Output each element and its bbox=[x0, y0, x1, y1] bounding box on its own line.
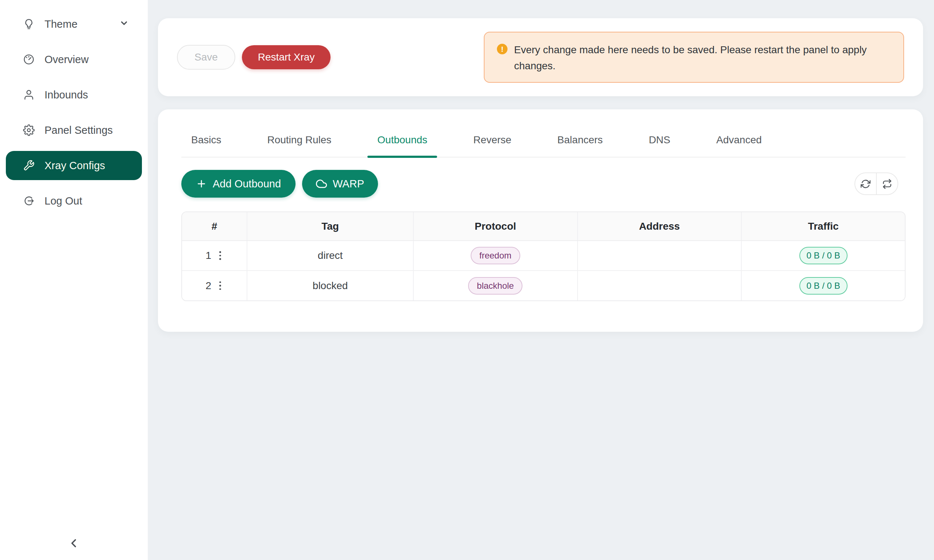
gauge-icon bbox=[23, 53, 35, 66]
main-content: Save Restart Xray ! Every change made he… bbox=[148, 0, 934, 560]
protocol-badge: blackhole bbox=[468, 277, 522, 295]
sidebar-item-label: Log Out bbox=[45, 195, 82, 207]
kebab-menu-icon[interactable] bbox=[217, 279, 223, 292]
column-header-index: # bbox=[182, 212, 247, 241]
repeat-icon bbox=[882, 179, 892, 189]
tab-routing-rules[interactable]: Routing Rules bbox=[257, 128, 341, 157]
sidebar-item-inbounds[interactable]: Inbounds bbox=[0, 83, 148, 106]
outbounds-table: # Tag Protocol Address Traffic 1 bbox=[181, 211, 906, 301]
tab-basics[interactable]: Basics bbox=[181, 128, 231, 157]
lightbulb-icon bbox=[23, 18, 35, 30]
sidebar-item-label: Theme bbox=[45, 18, 77, 30]
logout-icon bbox=[23, 195, 35, 207]
address-cell bbox=[578, 241, 742, 271]
gear-icon bbox=[23, 124, 35, 136]
table-row: 1 direct freedom 0 B / 0 B bbox=[182, 241, 905, 271]
user-icon bbox=[23, 89, 35, 101]
unsaved-changes-alert: ! Every change made here needs to be sav… bbox=[484, 32, 904, 83]
chevron-left-icon bbox=[68, 537, 80, 551]
table-header-row: # Tag Protocol Address Traffic bbox=[182, 212, 905, 241]
refresh-button[interactable] bbox=[855, 173, 876, 194]
table-row: 2 blocked blackhole 0 B / 0 B bbox=[182, 271, 905, 300]
plus-icon bbox=[196, 178, 207, 189]
xray-configs-card: Basics Routing Rules Outbounds Reverse B… bbox=[158, 109, 923, 332]
sidebar-item-xray-configs[interactable]: Xray Configs bbox=[6, 151, 142, 180]
tab-reverse[interactable]: Reverse bbox=[463, 128, 521, 157]
protocol-badge: freedom bbox=[471, 247, 520, 264]
row-index: 2 bbox=[206, 280, 212, 292]
address-cell bbox=[578, 271, 742, 300]
sidebar-item-label: Inbounds bbox=[45, 89, 88, 101]
sidebar: Theme Overview Inbounds Panel Settings X… bbox=[0, 0, 148, 560]
restart-xray-button[interactable]: Restart Xray bbox=[242, 45, 331, 69]
toolbar-card: Save Restart Xray ! Every change made he… bbox=[158, 18, 923, 96]
sidebar-item-label: Panel Settings bbox=[45, 124, 113, 136]
chevron-down-icon bbox=[119, 18, 129, 30]
xray-config-tabs: Basics Routing Rules Outbounds Reverse B… bbox=[181, 128, 906, 157]
wrench-icon bbox=[23, 159, 35, 172]
column-header-address: Address bbox=[578, 212, 742, 241]
add-outbound-button[interactable]: Add Outbound bbox=[181, 170, 296, 198]
warning-icon: ! bbox=[497, 44, 507, 54]
repeat-button[interactable] bbox=[876, 173, 897, 194]
column-header-tag: Tag bbox=[247, 212, 413, 241]
column-header-traffic: Traffic bbox=[741, 212, 905, 241]
tab-balancers[interactable]: Balancers bbox=[548, 128, 613, 157]
traffic-badge: 0 B / 0 B bbox=[799, 247, 848, 264]
sidebar-item-panel-settings[interactable]: Panel Settings bbox=[0, 118, 148, 142]
alert-message: Every change made here needs to be saved… bbox=[514, 42, 881, 74]
cloud-icon bbox=[316, 178, 327, 189]
sidebar-item-overview[interactable]: Overview bbox=[0, 48, 148, 71]
traffic-badge: 0 B / 0 B bbox=[799, 277, 848, 295]
sidebar-item-label: Xray Configs bbox=[45, 160, 105, 172]
sidebar-item-theme[interactable]: Theme bbox=[0, 12, 148, 36]
outbounds-actions-row: Add Outbound WARP bbox=[181, 170, 906, 198]
kebab-menu-icon[interactable] bbox=[217, 249, 223, 262]
refresh-icon bbox=[861, 179, 871, 189]
sidebar-item-label: Overview bbox=[45, 54, 89, 66]
sidebar-item-log-out[interactable]: Log Out bbox=[0, 189, 148, 212]
sidebar-collapse-button[interactable] bbox=[0, 537, 148, 551]
tab-dns[interactable]: DNS bbox=[639, 128, 680, 157]
row-index: 1 bbox=[206, 250, 212, 262]
tab-advanced[interactable]: Advanced bbox=[706, 128, 772, 157]
save-button[interactable]: Save bbox=[177, 45, 235, 70]
tag-cell: blocked bbox=[247, 271, 413, 300]
tab-outbounds[interactable]: Outbounds bbox=[367, 128, 437, 157]
table-tools-group bbox=[854, 172, 898, 195]
warp-button[interactable]: WARP bbox=[302, 170, 378, 198]
tag-cell: direct bbox=[247, 241, 413, 271]
column-header-protocol: Protocol bbox=[413, 212, 578, 241]
